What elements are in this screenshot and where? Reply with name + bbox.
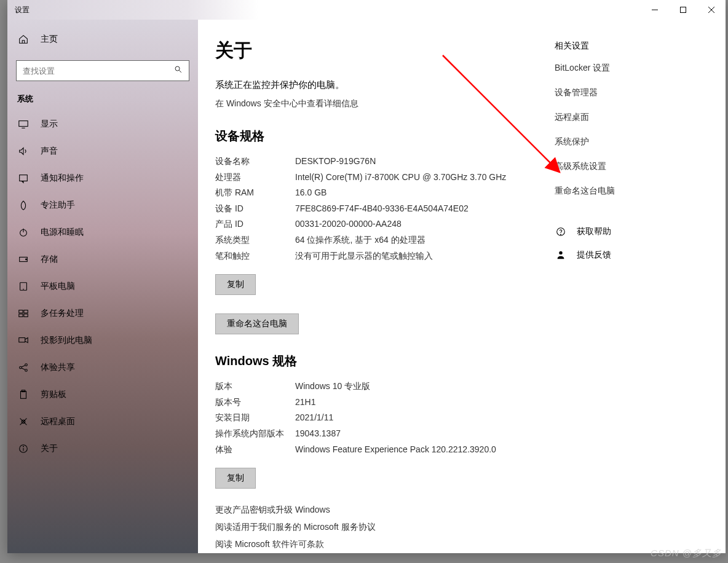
spec-device-name: 设备名称DESKTOP-919G76N <box>215 156 530 168</box>
rename-pc-button[interactable]: 重命名这台电脑 <box>215 313 299 334</box>
category-label: 系统 <box>7 86 198 111</box>
feedback-label: 提供反馈 <box>577 250 611 261</box>
svg-rect-8 <box>20 175 28 181</box>
spec-pen: 笔和触控没有可用于此显示器的笔或触控输入 <box>215 250 530 262</box>
related-heading: 相关设置 <box>555 41 684 52</box>
search-input[interactable] <box>23 66 174 76</box>
svg-rect-18 <box>24 314 28 317</box>
copy-windows-spec-button[interactable]: 复制 <box>215 468 256 489</box>
bitlocker-link[interactable]: BitLocker 设置 <box>555 63 684 74</box>
feedback-icon <box>555 250 567 261</box>
feedback-link[interactable]: 提供反馈 <box>555 250 684 261</box>
close-icon <box>708 7 714 13</box>
display-icon <box>17 119 30 130</box>
nav-label: 存储 <box>41 254 58 265</box>
sidebar: 主页 系统 显示 声音 通知和操作 <box>7 20 198 553</box>
nav-project[interactable]: 投影到此电脑 <box>7 327 198 354</box>
svg-point-22 <box>25 369 28 372</box>
titlebar: 设置 <box>7 0 726 20</box>
nav-label: 体验共享 <box>41 362 75 373</box>
focus-icon <box>17 200 30 211</box>
device-manager-link[interactable]: 设备管理器 <box>555 87 684 98</box>
nav-label: 远程桌面 <box>41 416 75 427</box>
nav-power[interactable]: 电源和睡眠 <box>7 219 198 246</box>
multitask-icon <box>17 308 30 319</box>
main-panel: 关于 系统正在监控并保护你的电脑。 在 Windows 安全中心中查看详细信息 … <box>198 20 542 553</box>
nav-remote[interactable]: 远程桌面 <box>7 408 198 435</box>
nav-label: 多任务处理 <box>41 308 84 319</box>
content: 关于 系统正在监控并保护你的电脑。 在 Windows 安全中心中查看详细信息 … <box>198 20 726 553</box>
nav-label: 专注助手 <box>41 200 75 211</box>
nav-label: 平板电脑 <box>41 281 75 292</box>
nav-label: 声音 <box>41 146 58 157</box>
nav-tablet[interactable]: 平板电脑 <box>7 273 198 300</box>
get-help-link[interactable]: 获取帮助 <box>555 226 684 237</box>
svg-point-21 <box>25 364 28 366</box>
minimize-icon <box>652 7 658 13</box>
system-protection-link[interactable]: 系统保护 <box>555 136 684 148</box>
svg-point-34 <box>561 234 561 235</box>
sound-icon <box>17 146 30 157</box>
nav-about[interactable]: 关于 <box>7 435 198 462</box>
svg-point-32 <box>23 446 24 447</box>
remote-desktop-link[interactable]: 远程桌面 <box>555 112 684 123</box>
security-center-link[interactable]: 在 Windows 安全中心中查看详细信息 <box>215 98 530 109</box>
maximize-button[interactable] <box>669 0 697 20</box>
svg-rect-19 <box>19 338 25 342</box>
minimize-button[interactable] <box>641 0 669 20</box>
home-icon <box>17 34 30 45</box>
shared-icon <box>17 362 30 373</box>
home-nav[interactable]: 主页 <box>7 25 198 54</box>
notifications-icon <box>17 173 30 184</box>
spec-processor: 处理器Intel(R) Core(TM) i7-8700K CPU @ 3.70… <box>215 171 530 184</box>
nav-label: 电源和睡眠 <box>41 227 84 238</box>
nav-label: 剪贴板 <box>41 389 66 400</box>
nav-storage[interactable]: 存储 <box>7 246 198 273</box>
spec-edition: 版本Windows 10 专业版 <box>215 380 530 393</box>
protect-message: 系统正在监控并保护你的电脑。 <box>215 79 530 91</box>
help-icon <box>555 226 567 237</box>
services-agreement-link[interactable]: 阅读适用于我们服务的 Microsoft 服务协议 <box>215 522 530 533</box>
svg-point-20 <box>20 366 22 369</box>
nav-focus[interactable]: 专注助手 <box>7 192 198 219</box>
svg-line-5 <box>179 70 181 73</box>
nav-multitask[interactable]: 多任务处理 <box>7 300 198 327</box>
settings-window: 设置 主页 <box>7 0 726 553</box>
nav-sound[interactable]: 声音 <box>7 138 198 165</box>
svg-rect-25 <box>21 392 26 399</box>
nav-notifications[interactable]: 通知和操作 <box>7 165 198 192</box>
nav-shared[interactable]: 体验共享 <box>7 354 198 381</box>
nav-label: 显示 <box>41 119 58 130</box>
nav-clipboard[interactable]: 剪贴板 <box>7 381 198 408</box>
about-icon <box>17 443 30 454</box>
license-terms-link[interactable]: 阅读 Microsoft 软件许可条款 <box>215 539 530 550</box>
nav-label: 通知和操作 <box>41 173 84 184</box>
window-title: 设置 <box>15 5 30 15</box>
project-icon <box>17 335 30 346</box>
svg-point-35 <box>559 251 562 254</box>
clipboard-icon <box>17 389 30 400</box>
search-box[interactable] <box>16 60 189 81</box>
close-button[interactable] <box>697 0 726 20</box>
change-product-key-link[interactable]: 更改产品密钥或升级 Windows <box>215 505 530 516</box>
spec-ram: 机带 RAM16.0 GB <box>215 187 530 199</box>
spec-experience: 体验Windows Feature Experience Pack 120.22… <box>215 444 530 456</box>
spec-build: 操作系统内部版本19043.1387 <box>215 428 530 440</box>
rename-pc-link[interactable]: 重命名这台电脑 <box>555 186 684 197</box>
watermark: CSDN @多又多 <box>651 548 722 559</box>
advanced-system-settings-link[interactable]: 高级系统设置 <box>555 161 684 172</box>
storage-icon <box>17 254 30 265</box>
get-help-label: 获取帮助 <box>577 226 611 237</box>
copy-device-spec-button[interactable]: 复制 <box>215 274 256 295</box>
related-settings: 相关设置 BitLocker 设置 设备管理器 远程桌面 系统保护 高级系统设置… <box>542 20 696 553</box>
svg-line-24 <box>22 368 25 370</box>
home-label: 主页 <box>41 34 58 45</box>
svg-point-12 <box>26 259 27 260</box>
remote-icon <box>17 416 30 427</box>
windows-spec-heading: Windows 规格 <box>215 353 530 369</box>
maximize-icon <box>680 7 686 13</box>
titlebar-buttons <box>641 0 726 20</box>
nav-display[interactable]: 显示 <box>7 111 198 138</box>
svg-point-4 <box>175 66 180 71</box>
search-wrap <box>7 54 198 86</box>
